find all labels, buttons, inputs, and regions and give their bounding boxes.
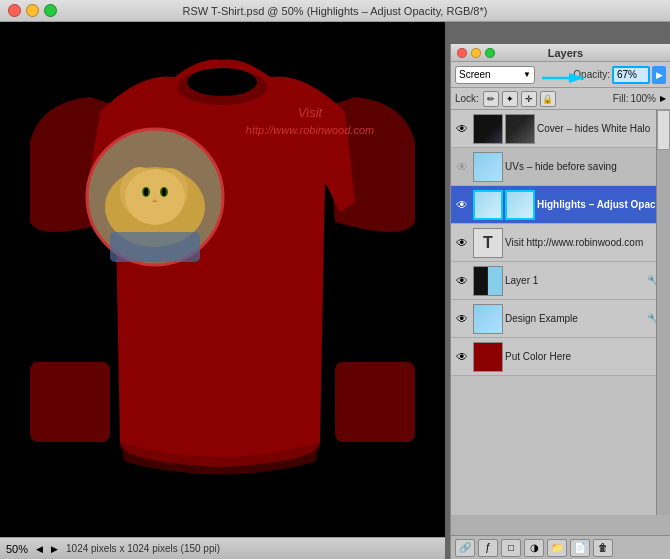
layer-visibility-cover[interactable]: 👁 [453, 120, 471, 138]
svg-point-7 [125, 169, 185, 225]
layer-thumb-design [473, 304, 503, 334]
opacity-input[interactable]: 67% [612, 66, 650, 84]
svg-rect-14 [30, 362, 110, 442]
title-bar: RSW T-Shirt.psd @ 50% (Highlights – Adju… [0, 0, 670, 22]
delete-layer-button[interactable]: 🗑 [593, 539, 613, 557]
link-layers-button[interactable]: 🔗 [455, 539, 475, 557]
layer-item-uvs[interactable]: 👁 UVs – hide before saving 🔒 [451, 148, 670, 186]
layer-item-design[interactable]: 👁 Design Example 🔧 ▶ [451, 300, 670, 338]
visit-url: http://www.robinwood.com [246, 124, 374, 136]
layer-name-layer1: Layer 1 [505, 275, 643, 286]
layer-effects-button[interactable]: ƒ [478, 539, 498, 557]
svg-rect-15 [335, 362, 415, 442]
status-nav-right[interactable]: ▶ [51, 544, 58, 554]
lock-move-button[interactable]: ✛ [521, 91, 537, 107]
main-window: RSW T-Shirt.psd @ 50% (Highlights – Adju… [0, 0, 670, 559]
new-layer-button[interactable]: 📄 [570, 539, 590, 557]
status-nav-left[interactable]: ◀ [36, 544, 43, 554]
eye-icon-layer1: 👁 [456, 274, 468, 288]
layer-thumb-cover [473, 114, 503, 144]
eye-icon-highlights: 👁 [456, 198, 468, 212]
layer-thumb-layer1 [473, 266, 503, 296]
layer-name-visit: Visit http://www.robinwood.com [505, 237, 668, 248]
minimize-button[interactable] [26, 4, 39, 17]
layer-thumb-visit: T [473, 228, 503, 258]
canvas-area: Visit http://www.robinwood.com 50% ◀ ▶ 1… [0, 22, 670, 559]
eye-icon-visit: 👁 [456, 236, 468, 250]
layers-panel: Layers Screen ▼ [450, 44, 670, 559]
window-controls [8, 4, 57, 17]
layers-toolbar: 🔗 ƒ □ ◑ 📁 📄 🗑 [451, 535, 670, 559]
svg-point-2 [187, 68, 257, 96]
layer-thumb-color [473, 342, 503, 372]
fill-value: 100% [630, 93, 656, 104]
blend-mode-arrow: ▼ [523, 70, 531, 79]
layers-panel-title: Layers [548, 47, 583, 59]
blend-mode-select[interactable]: Screen ▼ [455, 66, 535, 84]
blend-opacity-row: Screen ▼ Opacity: 67% ▶ [451, 62, 670, 88]
eye-icon-color: 👁 [456, 350, 468, 364]
opacity-group: Opacity: 67% ▶ [573, 66, 666, 84]
lock-label: Lock: [455, 93, 479, 104]
layer-thumb-highlights [473, 190, 503, 220]
svg-point-10 [144, 188, 148, 196]
svg-rect-13 [110, 232, 200, 262]
eye-icon-hidden: 👁 [456, 160, 468, 174]
panel-close-button[interactable] [457, 48, 467, 58]
document-info: 1024 pixels x 1024 pixels (150 ppi) [66, 543, 220, 554]
panel-max-button[interactable] [485, 48, 495, 58]
scrollbar-thumb[interactable] [657, 110, 670, 150]
close-button[interactable] [8, 4, 21, 17]
layer-visibility-design[interactable]: 👁 [453, 310, 471, 328]
layer-name-design: Design Example [505, 313, 643, 324]
layer-name-highlights: Highlights – Adjust Opacity [537, 199, 668, 210]
status-bar: 50% ◀ ▶ 1024 pixels x 1024 pixels (150 p… [0, 537, 445, 559]
fill-arrow: ▶ [660, 94, 666, 103]
zoom-level: 50% [6, 543, 28, 555]
eye-icon: 👁 [456, 122, 468, 136]
layer-visibility-visit[interactable]: 👁 [453, 234, 471, 252]
svg-point-11 [162, 188, 166, 196]
lock-all-button[interactable]: 🔒 [540, 91, 556, 107]
lock-pixels-button[interactable]: ✏ [483, 91, 499, 107]
opacity-label: Opacity: [573, 69, 610, 80]
layer-name-uvs: UVs – hide before saving [505, 161, 652, 172]
opacity-stepper[interactable]: ▶ [652, 66, 666, 84]
window-title: RSW T-Shirt.psd @ 50% (Highlights – Adju… [183, 5, 488, 17]
add-mask-button[interactable]: □ [501, 539, 521, 557]
layer-item-highlights[interactable]: 👁 Highlights – Adjust Opacity [451, 186, 670, 224]
group-layers-button[interactable]: 📁 [547, 539, 567, 557]
layer-visibility-color[interactable]: 👁 [453, 348, 471, 366]
layer-thumb-uvs [473, 152, 503, 182]
maximize-button[interactable] [44, 4, 57, 17]
layers-list: 👁 Cover – hides White Halo 👁 UVs – hide … [451, 110, 670, 515]
layer-mask-highlights [505, 190, 535, 220]
lock-icons: ✏ ✦ ✛ 🔒 [483, 91, 556, 107]
panel-window-controls [457, 48, 495, 58]
layer-mask-cover [505, 114, 535, 144]
tshirt-svg: Visit http://www.robinwood.com [0, 22, 445, 537]
layer-item-color[interactable]: 👁 Put Color Here [451, 338, 670, 376]
adjustment-layer-button[interactable]: ◑ [524, 539, 544, 557]
layer-item-layer1[interactable]: 👁 Layer 1 🔧 ▶ [451, 262, 670, 300]
panel-min-button[interactable] [471, 48, 481, 58]
eye-icon-design: 👁 [456, 312, 468, 326]
layer-item-visit[interactable]: 👁 T Visit http://www.robinwood.com [451, 224, 670, 262]
fill-group: Fill: 100% ▶ [613, 93, 666, 104]
layer-visibility-uvs[interactable]: 👁 [453, 158, 471, 176]
tshirt-canvas: Visit http://www.robinwood.com [0, 22, 445, 559]
lock-row: Lock: ✏ ✦ ✛ 🔒 Fill: 100% ▶ [451, 88, 670, 110]
layer-name-color: Put Color Here [505, 351, 668, 362]
lock-position-button[interactable]: ✦ [502, 91, 518, 107]
fill-label: Fill: [613, 93, 629, 104]
layer-item-cover[interactable]: 👁 Cover – hides White Halo [451, 110, 670, 148]
visit-text: Visit [298, 105, 324, 120]
layers-scrollbar[interactable] [656, 110, 670, 515]
layers-title-bar: Layers [451, 44, 670, 62]
layer-visibility-layer1[interactable]: 👁 [453, 272, 471, 290]
layer-visibility-highlights[interactable]: 👁 [453, 196, 471, 214]
layer-name-cover: Cover – hides White Halo [537, 123, 668, 134]
